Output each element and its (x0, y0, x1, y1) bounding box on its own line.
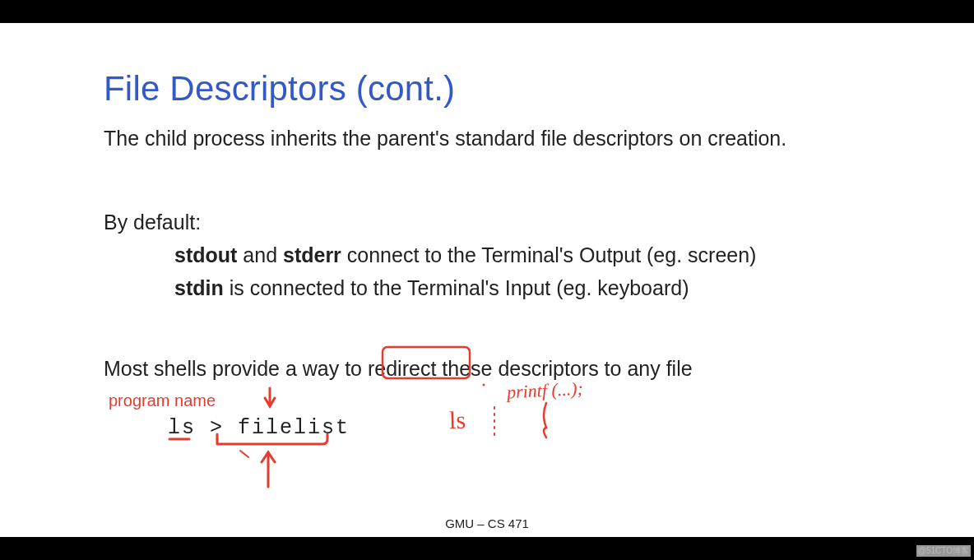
stdout-stderr-line: stdout and stderr connect to the Termina… (174, 243, 756, 267)
stdout-desc: connect to the Terminal's Output (eg. sc… (341, 243, 757, 266)
hand-ls-annotation: ls (448, 406, 466, 435)
redirect-post: these descriptors to any file (436, 357, 692, 380)
program-name-annotation: program name (109, 391, 216, 410)
hand-printf-annotation: printf (...); (506, 378, 583, 404)
slide-title: File Descriptors (cont.) (104, 69, 455, 109)
by-default-label: By default: (104, 211, 201, 234)
intro-line: The child process inherits the parent's … (104, 127, 786, 150)
top-black-bar (0, 0, 974, 23)
stdin-line: stdin is connected to the Terminal's Inp… (174, 276, 689, 300)
and-word: and (237, 243, 283, 266)
stderr-word: stderr (283, 243, 341, 266)
stdout-word: stdout (174, 243, 237, 266)
redirect-word: redirect (368, 357, 436, 380)
stdin-desc: is connected to the Terminal's Input (eg… (224, 276, 689, 299)
slide-footer: GMU – CS 471 (38, 516, 936, 530)
stdin-word: stdin (174, 276, 224, 299)
redirect-line: Most shells provide a way to redirect th… (104, 357, 693, 381)
redirect-pre: Most shells provide a way to (104, 357, 368, 380)
slide-body: File Descriptors (cont.) The child proce… (38, 23, 936, 537)
bottom-black-bar (0, 537, 974, 560)
watermark: @51CTO博客 (916, 545, 971, 557)
code-example: ls > filelist (168, 416, 350, 440)
